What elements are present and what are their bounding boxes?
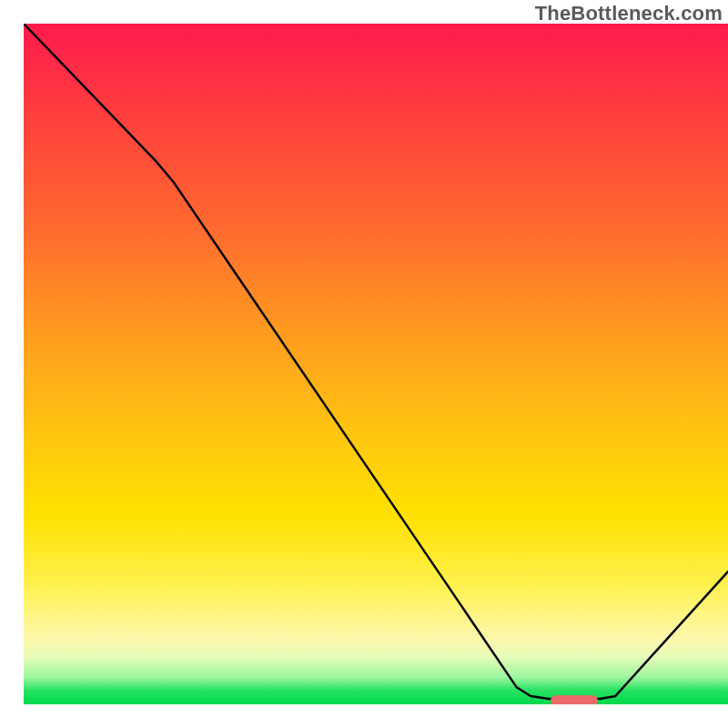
curve-svg <box>24 24 728 704</box>
watermark-text: TheBottleneck.com <box>535 2 723 25</box>
chart-container: TheBottleneck.com <box>0 0 728 728</box>
plot-area <box>24 24 728 704</box>
optimal-indicator <box>551 695 598 704</box>
bottleneck-curve <box>24 24 728 699</box>
